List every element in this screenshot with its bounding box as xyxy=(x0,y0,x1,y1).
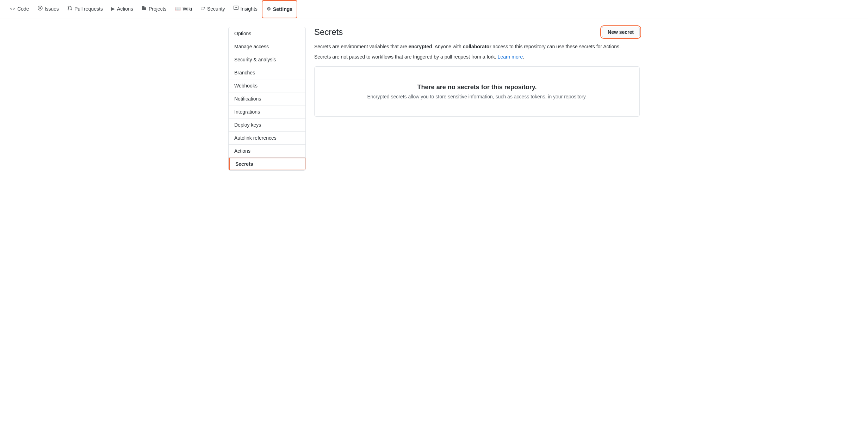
nav-item-settings[interactable]: ⚙ Settings xyxy=(262,0,297,18)
description-line1: Secrets are environment variables that a… xyxy=(314,43,640,50)
issues-icon xyxy=(38,6,43,12)
empty-box-title: There are no secrets for this repository… xyxy=(323,84,631,91)
sidebar-item-actions[interactable]: Actions xyxy=(229,145,305,158)
nav-item-wiki[interactable]: 📖 Wiki xyxy=(171,0,196,18)
sidebar-item-notifications[interactable]: Notifications xyxy=(229,92,305,105)
sidebar-item-options[interactable]: Options xyxy=(229,27,305,40)
pull-requests-icon xyxy=(67,6,72,12)
nav-item-pull-requests[interactable]: Pull requests xyxy=(63,0,107,18)
new-secret-button[interactable]: New secret xyxy=(602,27,640,37)
nav-item-issues[interactable]: Issues xyxy=(33,0,63,18)
sidebar-item-manage-access[interactable]: Manage access xyxy=(229,40,305,53)
nav-item-actions[interactable]: ▶ Actions xyxy=(107,0,137,18)
description-line2: Secrets are not passed to workflows that… xyxy=(314,53,640,61)
sidebar-item-integrations[interactable]: Integrations xyxy=(229,105,305,118)
gear-icon: ⚙ xyxy=(267,6,271,12)
sidebar-item-security-analysis[interactable]: Security & analysis xyxy=(229,53,305,66)
sidebar-item-branches[interactable]: Branches xyxy=(229,66,305,79)
code-icon: <> xyxy=(10,6,15,11)
page-title: Secrets xyxy=(314,27,343,37)
empty-box-desc: Encrypted secrets allow you to store sen… xyxy=(323,94,631,99)
wiki-icon: 📖 xyxy=(175,6,181,11)
sidebar-item-autolink-references[interactable]: Autolink references xyxy=(229,132,305,145)
learn-more-link[interactable]: Learn more xyxy=(498,54,523,60)
svg-point-1 xyxy=(39,7,41,9)
page-header: Secrets New secret xyxy=(314,27,640,37)
actions-icon: ▶ xyxy=(111,6,115,11)
page-layout: Options Manage access Security & analysi… xyxy=(223,18,645,179)
nav-item-code[interactable]: <> Code xyxy=(6,0,33,18)
main-content: Secrets New secret Secrets are environme… xyxy=(314,27,640,171)
nav-item-projects[interactable]: Projects xyxy=(137,0,171,18)
sidebar-item-deploy-keys[interactable]: Deploy keys xyxy=(229,118,305,132)
sidebar-item-secrets[interactable]: Secrets xyxy=(229,158,305,170)
sidebar-item-webhooks[interactable]: Webhooks xyxy=(229,79,305,92)
top-nav: <> Code Issues Pull requests ▶ Actions P… xyxy=(0,0,868,18)
empty-secrets-box: There are no secrets for this repository… xyxy=(314,66,640,117)
sidebar: Options Manage access Security & analysi… xyxy=(228,27,306,171)
projects-icon xyxy=(142,6,147,12)
security-icon: 🛡 xyxy=(200,6,205,11)
nav-item-security[interactable]: 🛡 Security xyxy=(196,0,229,18)
insights-icon xyxy=(234,6,238,12)
nav-item-insights[interactable]: Insights xyxy=(229,0,262,18)
